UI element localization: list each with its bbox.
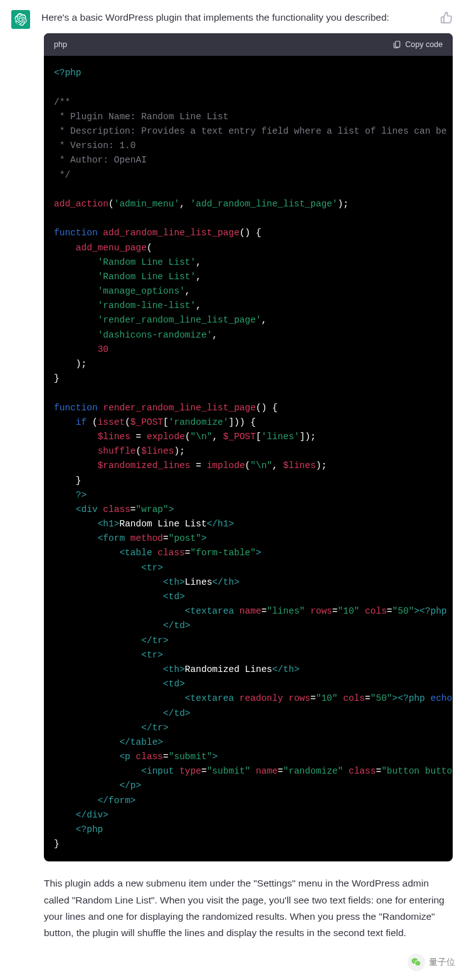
code-language-label: php bbox=[54, 40, 67, 49]
clipboard-icon bbox=[393, 40, 401, 49]
copy-code-label: Copy code bbox=[405, 40, 443, 49]
svg-rect-0 bbox=[396, 41, 400, 47]
assistant-outro-text: This plugin adds a new submenu item unde… bbox=[44, 875, 453, 956]
code-scroll-area[interactable]: <?php /** * Plugin Name: Random Line Lis… bbox=[44, 56, 453, 861]
assistant-avatar bbox=[11, 10, 30, 29]
thumbs-up-icon[interactable] bbox=[440, 11, 453, 24]
assistant-message: Here's a basic WordPress plugin that imp… bbox=[0, 0, 464, 33]
wechat-icon bbox=[408, 954, 425, 971]
code-content: <?php /** * Plugin Name: Random Line Lis… bbox=[44, 56, 453, 861]
copy-code-button[interactable]: Copy code bbox=[393, 40, 443, 49]
code-block: php Copy code <?php /** * Plugin Name: R… bbox=[44, 33, 453, 861]
code-block-header: php Copy code bbox=[44, 33, 453, 56]
watermark: 量子位 bbox=[408, 954, 455, 971]
assistant-intro-text: Here's a basic WordPress plugin that imp… bbox=[41, 10, 453, 24]
watermark-text: 量子位 bbox=[429, 957, 455, 968]
